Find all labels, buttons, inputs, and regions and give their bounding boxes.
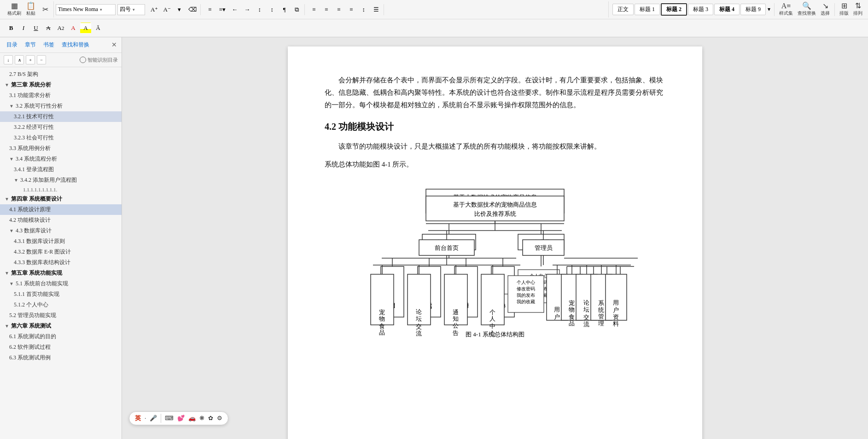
font-color-btn[interactable]: A — [68, 23, 79, 34]
font-size-selector[interactable]: 四号 ▾ — [117, 4, 145, 15]
toggle-ch6: ▼ — [5, 323, 9, 329]
align-right-btn[interactable]: ≡ — [333, 4, 344, 15]
sidebar-item-512[interactable]: 5.1.2 个人中心 — [0, 300, 122, 310]
float-car[interactable]: 🚗 — [188, 415, 196, 422]
sidebar-item-341[interactable]: 3.4.1 登录流程图 — [0, 164, 122, 175]
underline-btn[interactable]: U — [30, 23, 41, 34]
clear-format-btn[interactable]: ⌫ — [186, 4, 198, 15]
sidebar-item-51[interactable]: ▼ 5.1 系统前台功能实现 — [0, 278, 122, 289]
justify-btn[interactable]: ≡ — [346, 4, 357, 15]
float-heart[interactable]: 💕 — [177, 415, 185, 422]
sidebar-item-321[interactable]: 3.2.1 技术可行性 — [0, 111, 122, 122]
bold-btn[interactable]: B — [6, 23, 17, 34]
sidebar-item-33[interactable]: 3.3 系统用例分析 — [0, 143, 122, 154]
main-diagram-svg: 基于大数据技术的宠物商品信息 比价及推荐系统 前台首页 管理员 — [348, 194, 642, 415]
sidebar-item-511[interactable]: 5.1.1 首页功能实现 — [0, 289, 122, 300]
sidebar-item-62[interactable]: 6.2 软件测试过程 — [0, 342, 122, 352]
vertical-align-btn[interactable]: ↕ — [358, 4, 369, 15]
sidebar-item-342sub[interactable]: 1.1.1.1.1.1.1.1.1. — [0, 185, 122, 194]
document-area[interactable]: 会分解并存储在各个表中，而界面不会显示所有定义的字段。在设计时，有几个重要要求，… — [122, 37, 868, 439]
style-normal[interactable]: 正文 — [612, 4, 634, 15]
float-dot: · — [145, 415, 146, 422]
cut-btn[interactable]: ✂ — [39, 5, 52, 14]
style-h1[interactable]: 标题 1 — [635, 4, 660, 15]
sidebar-item-32[interactable]: ▼ 3.2 系统可行性分析 — [0, 101, 122, 111]
float-keyboard[interactable]: ⌨ — [165, 415, 174, 422]
sidebar-item-42[interactable]: 4.2 功能模块设计 — [0, 215, 122, 225]
float-flower2[interactable]: ✿ — [208, 415, 213, 422]
font-increase-btn[interactable]: A⁺ — [149, 4, 160, 15]
item-label: 5.1 系统前台功能实现 — [16, 280, 68, 288]
sidebar-tab-toc[interactable]: 目录 — [5, 40, 19, 50]
style-h2[interactable]: 标题 2 — [661, 3, 687, 16]
indent-left-btn[interactable]: ← — [229, 4, 240, 15]
font-decrease-btn[interactable]: A⁻ — [161, 4, 172, 15]
indent-right-btn[interactable]: → — [242, 4, 253, 15]
sidebar-item-63[interactable]: 6.3 系统测试用例 — [0, 352, 122, 363]
section-title-text: 4.2 功能模块设计 — [325, 121, 394, 132]
sidebar-tab-chapter[interactable]: 章节 — [23, 40, 38, 50]
unordered-list-btn[interactable]: ≡ — [204, 4, 216, 15]
item-label: 6.1 系统测试的目的 — [9, 333, 56, 341]
highlight-btn[interactable]: A — [80, 23, 91, 34]
para-space-btn[interactable]: ↕ — [267, 4, 278, 15]
float-flower1[interactable]: ❋ — [199, 415, 204, 422]
table-btn[interactable]: ⧉ — [291, 4, 303, 15]
sidebar-item-52[interactable]: 5.2 管理员功能实现 — [0, 310, 122, 321]
align-left-btn[interactable]: ≡ — [309, 4, 320, 15]
float-settings[interactable]: ⚙ — [217, 415, 222, 422]
sidebar-item-322[interactable]: 3.2.2 经济可行性 — [0, 122, 122, 133]
sidebar-item-342[interactable]: ▼ 3.4.2 添加新用户流程图 — [0, 175, 122, 185]
line-space-btn[interactable]: ↕ — [254, 4, 265, 15]
strikethrough-btn[interactable]: A — [43, 23, 54, 34]
style-h9[interactable]: 标题 9 — [740, 4, 766, 15]
sidebar-item-ch3[interactable]: ▼ 第三章 系统分析 — [0, 80, 122, 90]
sidebar-item-41[interactable]: 4.1 系统设计原理 — [0, 204, 122, 215]
sidebar-item-43[interactable]: ▼ 4.3 数据库设计 — [0, 225, 122, 236]
sidebar-item-31[interactable]: 3.1 功能需求分析 — [0, 90, 122, 101]
svg-text:我的收藏: 我的收藏 — [517, 299, 535, 304]
align-center-btn[interactable]: ≡ — [321, 4, 332, 15]
select-btn[interactable]: ↘ 选择 — [819, 1, 832, 17]
ai-toc-btn[interactable]: 智能识别目录 — [80, 57, 118, 64]
style-h3[interactable]: 标题 3 — [688, 4, 713, 15]
sidebar-close-btn[interactable]: ✕ — [111, 41, 117, 49]
nav-down-btn[interactable]: ↓ — [4, 55, 13, 64]
subscript-btn[interactable]: A2 — [55, 23, 66, 34]
style-h4[interactable]: 标题 4 — [714, 4, 740, 15]
sidebar-item-ch5[interactable]: ▼ 第五章 系统功能实现 — [0, 268, 122, 278]
nav-add-btn[interactable]: + — [26, 55, 35, 64]
nav-up-btn[interactable]: ∧ — [15, 55, 24, 64]
sidebar-item-433[interactable]: 4.3.3 数据库表结构设计 — [0, 257, 122, 268]
sidebar-item-432[interactable]: 4.3.2 数据库 E-R 图设计 — [0, 247, 122, 257]
font-format-btn[interactable]: ▾ — [174, 4, 185, 15]
sidebar-item-34[interactable]: ▼ 3.4 系统流程分析 — [0, 154, 122, 164]
sidebar-item-ch6[interactable]: ▼ 第六章 系统测试 — [0, 321, 122, 331]
item-label: 3.2.3 社会可行性 — [14, 134, 54, 142]
indent-btn[interactable]: ☰ — [371, 4, 382, 15]
paste-btn[interactable]: 📋 粘贴 — [24, 1, 37, 17]
sidebar-item-ch4[interactable]: ▼ 第四章 系统概要设计 — [0, 194, 122, 204]
toggle-34: ▼ — [9, 156, 14, 162]
sort-btn[interactable]: ⇅ 排列 — [851, 1, 864, 17]
grid-icon: ▦ — [11, 2, 18, 10]
find-replace-btn[interactable]: 🔍 查找替换 — [796, 1, 818, 17]
sidebar-item-27bs[interactable]: 2.7 B/S 架构 — [0, 69, 122, 80]
italic-btn[interactable]: I — [18, 23, 29, 34]
float-input-mode[interactable]: 英 — [135, 414, 141, 422]
sidebar-item-431[interactable]: 4.3.1 数据库设计原则 — [0, 236, 122, 247]
ordered-list-btn[interactable]: ≡▾ — [217, 4, 228, 15]
sidebar-item-61[interactable]: 6.1 系统测试的目的 — [0, 331, 122, 342]
grid-btn[interactable]: ▦ 格式刷 — [6, 1, 23, 17]
clear-text-btn[interactable]: Ā — [93, 23, 104, 34]
layout-btn[interactable]: ⊞ 排版 — [838, 1, 851, 17]
layout-icon: ⊞ — [841, 2, 847, 10]
sidebar-tab-search[interactable]: 查找和替换 — [60, 40, 91, 50]
nav-remove-btn[interactable]: − — [37, 55, 46, 64]
font-name-selector[interactable]: Times New Roma ▾ — [56, 4, 116, 15]
sidebar-tab-bookmark[interactable]: 书签 — [41, 40, 56, 50]
show-marks-btn[interactable]: ¶ — [279, 4, 290, 15]
style-sets-btn[interactable]: A≡ 样式集 — [777, 1, 795, 17]
sidebar-item-323[interactable]: 3.2.3 社会可行性 — [0, 133, 122, 143]
float-mic[interactable]: 🎤 — [150, 415, 157, 422]
